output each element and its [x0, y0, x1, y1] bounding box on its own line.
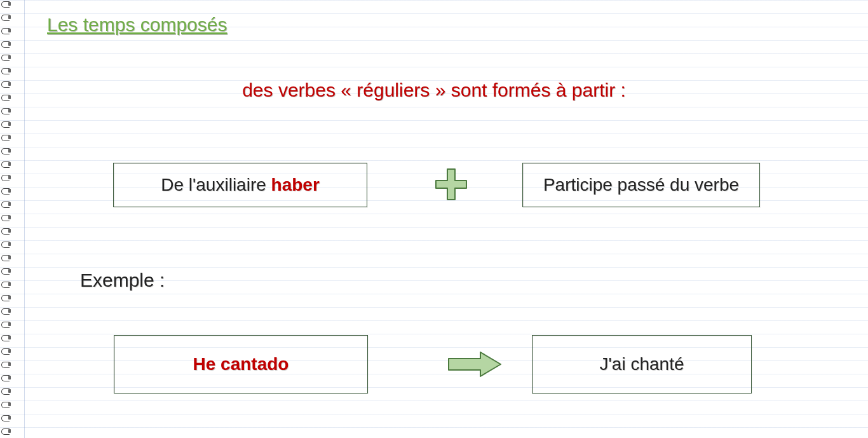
spiral-coil: [1, 41, 15, 46]
formula-left-strong: haber: [271, 175, 320, 195]
spiral-coil: [1, 295, 15, 300]
spiral-coil: [1, 335, 15, 340]
formula-left-prefix: De l'auxiliaire: [161, 175, 271, 195]
spiral-coil: [1, 15, 15, 20]
spiral-coil: [1, 135, 15, 140]
spiral-coil: [1, 428, 15, 434]
spiral-coil: [1, 322, 15, 327]
spiral-coil: [1, 161, 15, 167]
formula-box-right: Participe passé du verbe: [522, 163, 760, 207]
spiral-coil: [1, 1, 15, 6]
spiral-coil: [1, 415, 15, 420]
spiral-coil: [1, 402, 15, 407]
spiral-coil: [1, 255, 15, 260]
subtitle: des verbes « réguliers » sont formés à p…: [0, 79, 868, 101]
notebook-page: Les temps composés des verbes « régulier…: [0, 0, 868, 438]
example-box-right: J'ai chanté: [532, 335, 752, 394]
spiral-coil: [1, 55, 15, 60]
spiral-coil: [1, 68, 15, 73]
spiral-coil: [1, 148, 15, 153]
spiral-coil: [1, 388, 15, 394]
spiral-coil: [1, 121, 15, 127]
spiral-coil: [1, 228, 15, 233]
example-label: Exemple :: [80, 270, 165, 291]
example-box-left: He cantado: [114, 335, 368, 394]
spiral-coil: [1, 282, 15, 287]
page-title: Les temps composés: [47, 14, 227, 36]
spiral-coil: [1, 188, 15, 193]
formula-box-left: De l'auxiliaire haber: [113, 163, 367, 207]
arrow-right-icon: [446, 351, 503, 378]
example-left: He cantado: [193, 354, 289, 374]
spiral-coil: [1, 108, 15, 113]
spiral-coil: [1, 242, 15, 247]
spiral-coil: [1, 362, 15, 367]
spiral-coil: [1, 215, 15, 220]
spiral-binding: [0, 0, 17, 438]
spiral-coil: [1, 375, 15, 380]
spiral-coil: [1, 28, 15, 33]
example-right: J'ai chanté: [600, 354, 684, 374]
spiral-coil: [1, 308, 15, 313]
spiral-coil: [1, 175, 15, 180]
margin-rule: [24, 0, 25, 438]
spiral-coil: [1, 202, 15, 207]
spiral-coil: [1, 268, 15, 273]
spiral-coil: [1, 348, 15, 353]
formula-right-label: Participe passé du verbe: [543, 175, 739, 195]
plus-icon: [433, 167, 469, 202]
